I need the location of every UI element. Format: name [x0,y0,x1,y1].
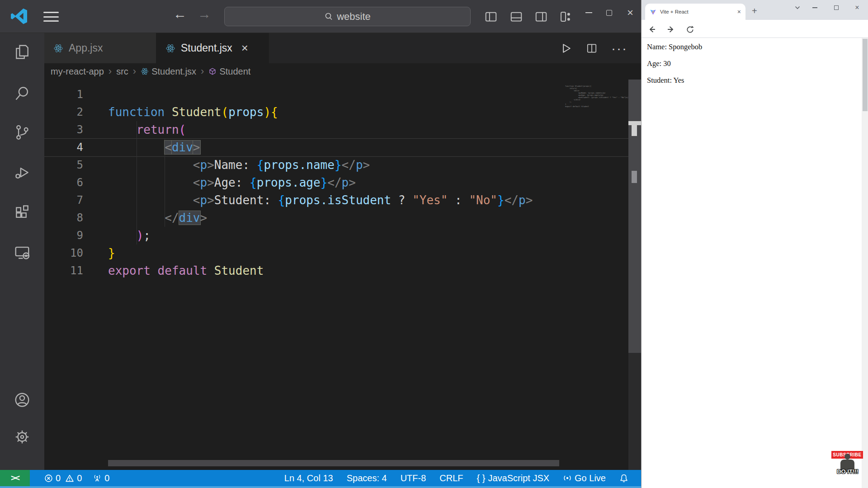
horizontal-scrollbar[interactable] [108,460,559,466]
notifications-bell-icon[interactable] [619,474,628,483]
minimize-button[interactable] [807,2,822,14]
code-line: export default Student [108,262,533,280]
toggle-panel-button[interactable] [509,9,524,24]
new-tab-button[interactable]: + [752,6,757,15]
explorer-button[interactable] [0,35,44,69]
browser-back-button[interactable] [646,23,658,35]
run-debug-button[interactable] [0,155,44,189]
react-icon [141,67,149,75]
broadcast-icon [563,474,572,483]
breadcrumb-src[interactable]: src [116,66,128,77]
files-icon [14,43,31,61]
eol-sequence[interactable]: CRLF [439,473,463,483]
accounts-button[interactable] [0,383,44,417]
code-line: return( [108,121,533,139]
source-control-button[interactable] [0,115,44,150]
sidebar-left-icon [484,10,498,23]
close-button[interactable]: × [620,0,641,25]
vite-logo-icon [650,9,656,15]
sidebar-right-icon [534,10,548,23]
do-it-text: DO IT!!! [831,468,864,475]
extensions-icon [14,203,31,221]
browser-tab[interactable]: Vite + React × [645,4,745,20]
tab-search-button[interactable] [790,2,805,14]
problems-warnings[interactable]: 0 [65,473,82,483]
line-number: 2 [44,103,83,121]
overview-ruler-marker [628,121,641,125]
browser-toolbar: localhost:5173 [642,20,868,38]
symbol-cube-icon [208,67,217,75]
tab-app-jsx[interactable]: App.jsx [44,33,156,63]
remote-explorer-button[interactable] [0,235,44,270]
editor-actions: ··· [560,33,627,63]
close-button[interactable]: × [849,2,865,14]
go-live-button[interactable]: Go Live [563,473,606,483]
customize-layout-button[interactable] [558,9,573,24]
code-line: <p>Age: {props.age}</p> [108,174,533,192]
chevron-down-icon [794,5,801,10]
language-mode[interactable]: { } JavaScript JSX [477,473,550,483]
nav-back-icon[interactable]: ← [171,6,189,22]
minimize-button[interactable] [578,0,599,25]
search-sidebar-button[interactable] [0,76,44,111]
chevron-right-icon: › [108,66,112,77]
search-icon [324,12,333,21]
arrow-left-icon [647,25,656,34]
react-icon [53,43,63,53]
overview-ruler-marker [632,171,637,183]
breadcrumb-symbol[interactable]: Student [208,66,250,77]
encoding[interactable]: UTF-8 [401,473,426,483]
browser-reload-button[interactable] [684,23,696,35]
toggle-primary-sidebar-button[interactable] [483,9,499,24]
restore-button[interactable] [599,0,619,25]
browser-scrollbar[interactable] [862,38,868,488]
browser-forward-button[interactable] [665,23,677,35]
overview-ruler-marker [632,125,637,136]
code-line: ); [108,227,533,244]
browser-tabstrip: Vite + React × + × [642,0,868,20]
warning-icon [65,474,74,483]
toggle-secondary-sidebar-button[interactable] [533,9,549,24]
line-number: 6 [44,174,83,192]
line-number: 3 [44,121,83,139]
panel-bottom-icon [509,10,523,23]
more-actions-button[interactable]: ··· [611,41,627,56]
run-file-button[interactable] [560,42,572,55]
line-number: 1 [44,86,83,103]
activity-bar [0,33,44,470]
split-editor-button[interactable] [586,42,598,54]
code-editor[interactable]: 1234567891011 function Student(props){ r… [44,80,628,470]
braces-icon: { } [477,473,486,483]
tab-close-icon[interactable]: × [241,41,248,55]
nav-forward-icon[interactable]: → [195,6,213,22]
problems-errors[interactable]: 0 [44,473,61,483]
maximize-button[interactable] [829,2,844,14]
breadcrumb-file[interactable]: Student.jsx [141,66,196,77]
breadcrumb: my-react-app › src › Student.jsx › [44,63,641,80]
browser-window: Vite + React × + × [641,0,868,488]
command-center-search[interactable]: website [224,7,471,26]
line-number: 4 [44,139,83,156]
react-icon [165,43,175,53]
scrollbar-thumb[interactable] [628,80,641,353]
breadcrumb-project[interactable]: my-react-app [51,66,104,77]
extensions-button[interactable] [0,195,44,229]
remote-indicator[interactable]: >< [0,470,30,486]
tab-close-icon[interactable]: × [737,8,741,15]
menu-button[interactable] [43,11,59,23]
tab-label: App.jsx [69,42,103,54]
editor-tabstrip: App.jsx Student.jsx × [44,33,641,63]
tab-label: Student.jsx [181,42,232,54]
vscode-logo-icon [10,7,28,25]
error-icon [44,474,53,483]
remote-icon: >< [11,473,19,483]
cursor-position[interactable]: Ln 4, Col 13 [284,473,333,483]
tab-student-jsx[interactable]: Student.jsx × [156,33,269,63]
settings-button[interactable] [0,420,44,454]
minimap[interactable]: function Student(props){ return( <div> <… [565,85,627,108]
remote-explorer-icon [14,244,31,261]
indentation[interactable]: Spaces: 4 [347,473,387,483]
ports-indicator[interactable]: 0 [93,473,109,483]
scrollbar-thumb[interactable] [863,39,868,111]
vertical-scrollbar[interactable] [628,80,641,470]
